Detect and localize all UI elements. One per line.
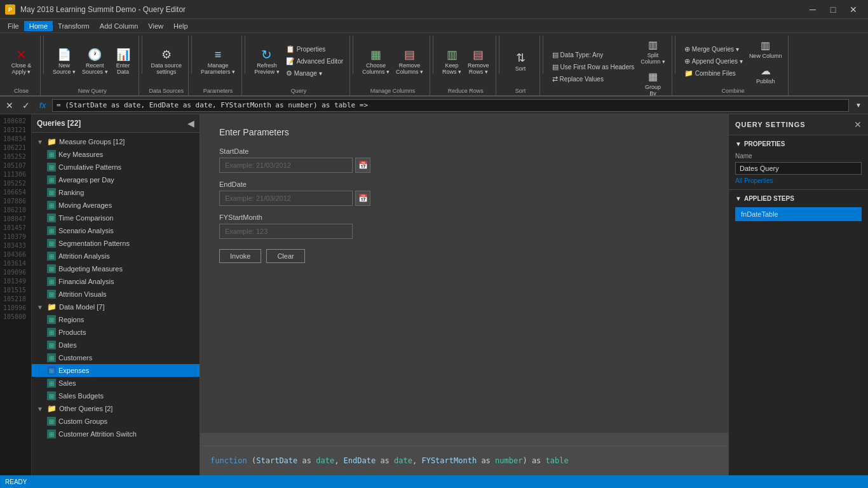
data-type-button[interactable]: ▤Data Type: Any <box>550 50 637 60</box>
recent-sources-icon: 🕐 <box>87 47 102 62</box>
query-ranking[interactable]: ⊞ Ranking <box>32 186 200 199</box>
query-moving-averages[interactable]: ⊞ Moving Averages <box>32 199 200 212</box>
split-column-button[interactable]: ▥ SplitColumn ▾ <box>638 36 668 66</box>
query-expenses[interactable]: ⊞ Expenses <box>32 364 200 377</box>
new-source-button[interactable]: 📄 NewSource ▾ <box>50 46 78 76</box>
advanced-editor-button[interactable]: 📝Advanced Editor <box>283 56 346 67</box>
manage-parameters-button[interactable]: ≡ ManageParameters ▾ <box>198 46 238 76</box>
ribbon-group-manage-columns: ▦ ChooseColumns ▾ ▤ RemoveColumns ▾ Mana… <box>356 36 430 95</box>
all-properties-link[interactable]: All Properties <box>735 177 862 184</box>
enddate-input[interactable] <box>219 191 353 206</box>
query-attrition-analysis[interactable]: ⊞ Attrition Analysis <box>32 250 200 262</box>
menu-home[interactable]: Home <box>24 21 53 31</box>
properties-expand-icon: ▼ <box>735 140 742 147</box>
line-19: 101349 <box>3 277 29 286</box>
query-sales-budgets[interactable]: ⊞ Sales Budgets <box>32 390 200 402</box>
close-button[interactable]: ✕ <box>844 3 863 17</box>
group-measure-groups[interactable]: ▼ 📁 Measure Groups [12] <box>32 135 200 148</box>
query-time-comparison[interactable]: ⊞ Time Comparison <box>32 212 200 224</box>
menu-add-column[interactable]: Add Column <box>95 21 144 31</box>
fystartmonth-input[interactable] <box>219 224 353 239</box>
publish-button[interactable]: ☁ Publish <box>747 62 785 86</box>
manage-button[interactable]: ⚙Manage ▾ <box>283 68 346 79</box>
combine-group-label: Combine <box>722 88 745 94</box>
query-dates[interactable]: ⊞ Dates <box>32 339 200 351</box>
remove-rows-button[interactable]: ▤ RemoveRows ▾ <box>465 46 492 76</box>
keep-rows-button[interactable]: ▥ KeepRows ▾ <box>440 46 464 76</box>
data-source-settings-button[interactable]: ⚙ Data sourcesettings <box>149 46 185 76</box>
applied-steps-expand-icon: ▼ <box>735 195 742 202</box>
invoke-button[interactable]: Invoke <box>219 249 261 263</box>
menu-help[interactable]: Help <box>168 21 193 31</box>
formula-expand-button[interactable]: ▼ <box>851 99 865 112</box>
startdate-input[interactable] <box>219 158 353 173</box>
ribbon-group-parameters: ≡ ManageParameters ▾ Parameters <box>194 36 242 95</box>
transform-small-buttons: ▤Data Type: Any ▤Use First Row as Header… <box>550 50 637 85</box>
status-text: READY <box>5 478 27 485</box>
properties-button[interactable]: 📋Properties <box>283 44 346 55</box>
line-15: 103433 <box>3 241 29 250</box>
table-icon: ⊞ <box>47 150 56 159</box>
enddate-calendar-button[interactable]: 📅 <box>355 191 370 206</box>
sidebar-title: Queries [22] <box>37 119 81 128</box>
clear-button[interactable]: Clear <box>266 249 304 263</box>
query-sales[interactable]: ⊞ Sales <box>32 377 200 390</box>
append-queries-button[interactable]: ⊕Append Queries ▾ <box>682 56 745 67</box>
minimize-button[interactable]: ─ <box>803 3 822 17</box>
first-row-button[interactable]: ▤Use First Row as Headers <box>550 62 637 72</box>
startdate-calendar-button[interactable]: 📅 <box>355 158 370 173</box>
combine-files-button[interactable]: 📁Combine Files <box>682 68 745 79</box>
query-scenario-analysis[interactable]: ⊞ Scenario Analysis <box>32 224 200 237</box>
recent-sources-button[interactable]: 🕐 RecentSources ▾ <box>79 46 111 76</box>
maximize-button[interactable]: □ <box>824 3 843 17</box>
properties-title-text: PROPERTIES <box>744 140 785 147</box>
query-financial-analysis-label: Financial Analysis <box>58 278 114 285</box>
query-settings-close-button[interactable]: ✕ <box>854 119 862 130</box>
query-custom-groups[interactable]: ⊞ Custom Groups <box>32 415 200 428</box>
new-column-button[interactable]: ▥ New Column <box>747 36 785 60</box>
formula-cancel-button[interactable]: ✕ <box>3 99 17 112</box>
query-customers[interactable]: ⊞ Customers <box>32 351 200 364</box>
query-financial-analysis[interactable]: ⊞ Financial Analysis <box>32 275 200 288</box>
status-bar: READY <box>0 475 868 488</box>
menu-view[interactable]: View <box>143 21 168 31</box>
query-budgeting-measures[interactable]: ⊞ Budgeting Measures <box>32 262 200 275</box>
query-settings-header: QUERY SETTINGS ✕ <box>729 114 868 135</box>
query-averages-per-day[interactable]: ⊞ Averages per Day <box>32 173 200 186</box>
name-property-input[interactable] <box>735 162 862 175</box>
menu-file[interactable]: File <box>3 21 24 31</box>
query-cumulative-patterns[interactable]: ⊞ Cumulative Patterns <box>32 161 200 173</box>
query-customer-attrition-switch-label: Customer Attrition Switch <box>58 430 137 438</box>
query-attrition-visuals[interactable]: ⊞ Attrition Visuals <box>32 288 200 301</box>
choose-columns-button[interactable]: ▦ ChooseColumns ▾ <box>360 46 392 76</box>
close-group-label: Close <box>14 88 29 94</box>
replace-values-button[interactable]: ⇄Replace Values <box>550 74 637 85</box>
sidebar-collapse-button[interactable]: ◀ <box>187 118 194 128</box>
menu-transform[interactable]: Transform <box>53 21 95 31</box>
line-1: 108682 <box>3 117 29 126</box>
sort-button[interactable]: ⇅ Sort <box>509 49 532 73</box>
title-bar: P May 2018 Learning Summit Demo - Query … <box>0 0 868 19</box>
formula-confirm-button[interactable]: ✓ <box>19 99 33 112</box>
group-by-button[interactable]: ▦ GroupBy <box>638 67 668 95</box>
query-segmentation-patterns[interactable]: ⊞ Segmentation Patterns <box>32 237 200 250</box>
formula-fx-button[interactable]: fx <box>36 99 50 112</box>
group-data-model[interactable]: ▼ 📁 Data Model [7] <box>32 301 200 313</box>
divider-6 <box>433 36 433 74</box>
refresh-preview-button[interactable]: ↻ RefreshPreview ▾ <box>252 46 282 76</box>
properties-icon: 📋 <box>286 45 295 53</box>
sig-as-1: as <box>302 456 316 465</box>
query-regions[interactable]: ⊞ Regions <box>32 313 200 326</box>
query-key-measures[interactable]: ⊞ Key Measures <box>32 148 200 161</box>
line-2: 103121 <box>3 126 29 135</box>
close-apply-button[interactable]: ✕ Close &Apply ▾ <box>9 46 34 76</box>
remove-columns-button[interactable]: ▤ RemoveColumns ▾ <box>393 46 426 76</box>
formula-input[interactable] <box>52 99 849 112</box>
group-other-queries[interactable]: ▼ 📁 Other Queries [2] <box>32 402 200 415</box>
table-icon: ⊞ <box>47 226 56 235</box>
step-fn-date-table[interactable]: fnDateTable <box>735 207 862 221</box>
query-products[interactable]: ⊞ Products <box>32 326 200 339</box>
enter-data-button[interactable]: 📊 EnterData <box>112 46 135 76</box>
query-customer-attrition-switch[interactable]: ⊞ Customer Attrition Switch <box>32 428 200 440</box>
merge-queries-button[interactable]: ⊕Merge Queries ▾ <box>682 44 745 55</box>
